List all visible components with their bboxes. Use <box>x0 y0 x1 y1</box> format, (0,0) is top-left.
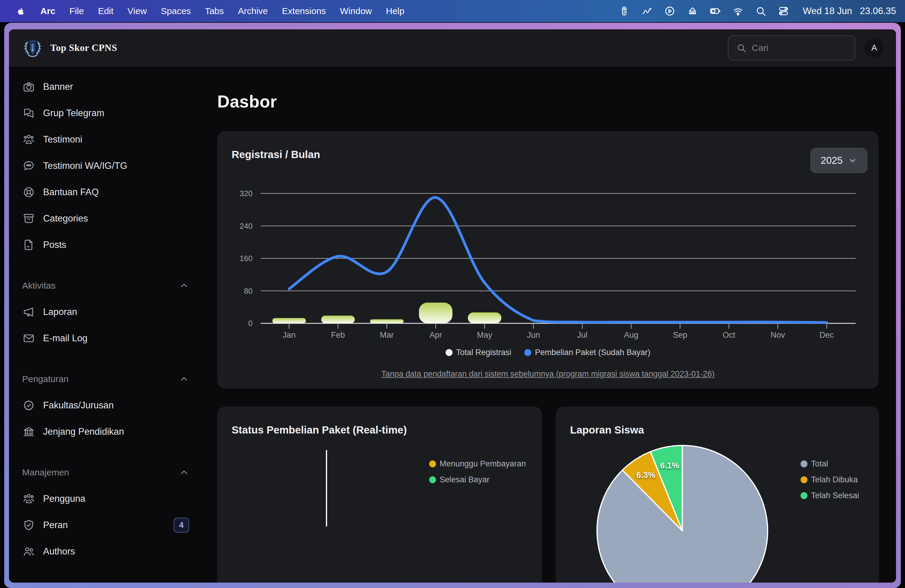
legend-item-menunggu-pembayaran[interactable]: Menunggu Pembayaran <box>429 459 526 469</box>
legend-label: Menunggu Pembayaran <box>440 459 526 469</box>
svg-text:6.3%: 6.3% <box>636 470 656 480</box>
svg-text:Jul: Jul <box>577 331 588 340</box>
users-pair-icon <box>22 545 35 558</box>
sidebar-item-e-mail-log[interactable]: E-mail Log <box>9 325 206 351</box>
archive-box-icon <box>22 212 35 225</box>
play-circle-icon[interactable] <box>664 5 676 17</box>
legend-label: Total Registrasi <box>456 348 511 357</box>
svg-text:Nov: Nov <box>771 331 785 340</box>
sidebar-item-banner[interactable]: Banner <box>9 74 206 100</box>
legend-item-selesai-bayar[interactable]: Selesai Bayar <box>429 475 526 485</box>
sidebar-item-fakultas-jurusan[interactable]: Fakultas/Jurusan <box>9 392 206 418</box>
sidebar-item-pengguna[interactable]: Pengguna <box>9 486 206 512</box>
laporan-legend: TotalTelah DibukaTelah Selesai <box>800 459 859 500</box>
sidebar-item-bantuan-faq[interactable]: Bantuan FAQ <box>9 179 206 205</box>
year-select[interactable]: 2025 <box>810 148 867 173</box>
sidebar-item-grup-telegram[interactable]: Grup Telegram <box>9 100 206 126</box>
sidebar-section-pengaturan[interactable]: Pengaturan <box>9 366 206 392</box>
svg-text:Jun: Jun <box>527 331 540 340</box>
global-search[interactable] <box>728 35 855 60</box>
browser-window: Top Skor CPNS A BannerGrup TelegramTesti… <box>4 23 901 588</box>
legend-item-total[interactable]: Total <box>800 459 859 469</box>
legend-item-pembelian-paket-sudah-bayar[interactable]: Pembelian Paket (Sudah Bayar) <box>524 348 650 357</box>
menu-help[interactable]: Help <box>386 6 405 16</box>
menu-archive[interactable]: Archive <box>238 6 268 16</box>
clock-time: 23.06.35 <box>860 6 896 16</box>
svg-text:80: 80 <box>244 286 252 296</box>
brand-name: Top Skor CPNS <box>50 42 117 53</box>
menu-spaces[interactable]: Spaces <box>161 6 191 16</box>
registrations-card: Registrasi / Bulan 2025 080160240320JanF… <box>217 131 879 389</box>
status-legend: Menunggu PembayaranSelesai Bayar <box>429 459 526 485</box>
legend-dot <box>800 461 807 467</box>
sidebar-item-posts[interactable]: Posts <box>9 232 206 258</box>
svg-text:Jan: Jan <box>283 331 296 340</box>
sidebar-section-title: Pengaturan <box>22 374 68 384</box>
sidebar-item-testimoni[interactable]: Testimoni <box>9 126 206 153</box>
svg-text:240: 240 <box>240 222 252 230</box>
svg-text:Oct: Oct <box>723 331 736 340</box>
status-card-title: Status Pembelian Paket (Real-time) <box>232 424 407 436</box>
sidebar-item-label: Testimoni WA/IG/TG <box>43 161 127 171</box>
count-badge: 4 <box>173 518 189 532</box>
control-center-icon[interactable] <box>778 5 789 17</box>
brand[interactable]: Top Skor CPNS <box>21 36 117 60</box>
eject-icon[interactable] <box>686 5 699 17</box>
sidebar-item-laporan[interactable]: Laporan <box>9 299 206 325</box>
sidebar-item-label: Authors <box>43 546 75 557</box>
sidebar-section-aktivitas[interactable]: Aktivitas <box>9 272 206 299</box>
keystroke-stats-icon[interactable] <box>618 5 630 17</box>
laporan-card-title: Laporan Siswa <box>570 424 644 436</box>
app-header: Top Skor CPNS A <box>9 29 896 67</box>
empty-pie-line <box>326 450 327 527</box>
laporan-siswa-card: 6.3%6.1% Laporan Siswa TotalTelah Dibuka… <box>556 407 879 583</box>
battery-icon[interactable] <box>709 5 721 17</box>
wifi-icon[interactable] <box>732 5 744 17</box>
bank-icon <box>22 425 35 438</box>
sidebar-item-label: E-mail Log <box>43 333 87 344</box>
users-group-icon <box>22 133 35 146</box>
registrations-chart: 080160240320JanFebMarAprMayJunJulAugSepO… <box>217 185 879 344</box>
migration-note-link[interactable]: Tanpa data pendaftaran dari sistem sebel… <box>381 369 714 378</box>
legend-dot <box>800 492 807 499</box>
menu-file[interactable]: File <box>70 6 84 16</box>
chevron-up-icon <box>179 281 189 291</box>
chevron-down-icon <box>848 156 857 165</box>
menu-arc[interactable]: Arc <box>40 6 56 16</box>
page-title: Dasbor <box>217 92 879 111</box>
sidebar-item-label: Fakultas/Jurusan <box>43 400 114 411</box>
svg-text:May: May <box>477 331 492 340</box>
chart-footnote: Tanpa data pendaftaran dari sistem sebel… <box>217 369 879 379</box>
chevron-up-icon <box>179 467 189 478</box>
sidebar-section-title: Aktivitas <box>22 281 56 291</box>
sidebar-item-peran[interactable]: Peran4 <box>9 512 206 538</box>
legend-dot <box>429 461 436 467</box>
menu-edit[interactable]: Edit <box>98 6 113 16</box>
mail-icon <box>22 332 35 345</box>
search-input[interactable] <box>752 43 847 53</box>
legend-dot <box>524 349 531 356</box>
menu-bar-clock[interactable]: Wed 18 Jun 23.06.35 <box>803 6 896 16</box>
legend-dot <box>800 476 807 483</box>
avatar[interactable]: A <box>864 38 884 58</box>
sidebar-item-categories[interactable]: Categories <box>9 205 206 232</box>
ink-scribble-icon[interactable] <box>641 5 653 17</box>
legend-label: Selesai Bayar <box>440 475 490 485</box>
menu-view[interactable]: View <box>127 6 147 16</box>
spotlight-search-icon[interactable] <box>755 5 767 17</box>
menu-extensions[interactable]: Extensions <box>282 6 326 16</box>
apple-menu-icon[interactable] <box>16 5 26 17</box>
menu-tabs[interactable]: Tabs <box>205 6 224 16</box>
menu-window[interactable]: Window <box>340 6 372 16</box>
sidebar-item-label: Testimoni <box>43 134 82 145</box>
legend-item-telah-selesai[interactable]: Telah Selesai <box>800 491 859 500</box>
sidebar-item-jenjang-pendidikan[interactable]: Jenjang Pendidikan <box>9 418 206 445</box>
svg-text:Feb: Feb <box>331 331 345 340</box>
legend-item-telah-dibuka[interactable]: Telah Dibuka <box>800 475 859 485</box>
legend-item-total-registrasi[interactable]: Total Registrasi <box>446 348 511 357</box>
sidebar-section-manajemen[interactable]: Manajemen <box>9 459 206 486</box>
app-page: Top Skor CPNS A BannerGrup TelegramTesti… <box>9 29 896 583</box>
sidebar-item-testimoni-wa-ig-tg[interactable]: Testimoni WA/IG/TG <box>9 153 206 179</box>
sidebar-item-authors[interactable]: Authors <box>9 538 206 565</box>
brand-logo-icon <box>21 36 44 60</box>
